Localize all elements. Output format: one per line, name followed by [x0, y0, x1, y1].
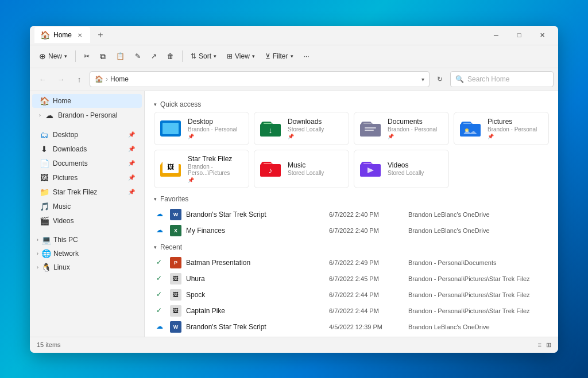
- back-button[interactable]: ←: [34, 71, 51, 87]
- svg-text:↓: ↓: [269, 126, 273, 135]
- refresh-button[interactable]: ↻: [432, 71, 448, 87]
- qa-icon-downloads: ↓: [259, 117, 282, 140]
- word-icon-fav-1: W: [170, 209, 181, 220]
- list-item-uhura[interactable]: ✓ 🖼 Uhura 6/7/2022 2:45 PM Brandon - Per…: [154, 271, 549, 287]
- list-item-finances[interactable]: ☁ X My Finances 6/7/2022 2:40 PM Brandon…: [154, 223, 549, 239]
- favorites-header[interactable]: ▾ Favorites: [154, 195, 549, 203]
- svg-rect-2: [264, 123, 272, 124]
- recent-list: ✓ P Batman Presentation 6/7/2022 2:49 PM…: [154, 255, 549, 337]
- cut-button[interactable]: ✂: [79, 48, 94, 65]
- qa-pictures-info: Pictures Brandon - Personal 📌: [488, 118, 537, 139]
- sidebar-item-thispc[interactable]: › 💻 This PC: [30, 233, 144, 247]
- status-ok-icon-2: ✓: [156, 274, 165, 283]
- copy-button[interactable]: ⧉: [95, 48, 110, 65]
- rename-button[interactable]: ✎: [130, 48, 145, 65]
- sidebar-item-brandon[interactable]: › ☁ Brandon - Personal: [32, 108, 142, 122]
- qa-item-desktop[interactable]: Desktop Brandon - Personal 📌: [154, 112, 249, 145]
- documents-sidebar-icon: 📄: [39, 159, 49, 168]
- qa-item-documents[interactable]: Documents Brandon - Personal 📌: [354, 112, 449, 145]
- new-tab-button[interactable]: +: [92, 27, 109, 43]
- list-item-pike[interactable]: ✓ 🖼 Captain Pike 6/7/2022 2:44 PM Brando…: [154, 303, 549, 319]
- sidebar-item-desktop[interactable]: 🗂 Desktop 📌: [32, 128, 142, 142]
- qa-item-pictures[interactable]: Pictures Brandon - Personal 📌: [454, 112, 549, 145]
- image-icon-pike: 🖼: [170, 305, 181, 317]
- search-icon: 🔍: [455, 75, 464, 83]
- linux-chevron-icon: ›: [37, 264, 38, 270]
- list-view-icon[interactable]: ≡: [538, 341, 541, 349]
- tab-home[interactable]: 🏠 Home ✕: [34, 27, 90, 43]
- up-button[interactable]: ↑: [71, 71, 87, 87]
- brandon-sidebar-label: Brandon - Personal: [58, 111, 135, 119]
- file-explorer-window: 🏠 Home ✕ + ─ □ ✕ ⊕ New ▾ ✂ ⧉ 📋 ✎: [30, 26, 558, 353]
- tab-label: Home: [53, 31, 72, 39]
- address-input[interactable]: 🏠 › Home ▾: [90, 71, 430, 87]
- sidebar: 🏠 Home › ☁ Brandon - Personal 🗂 Desktop …: [30, 91, 145, 337]
- share-icon: ↗: [151, 52, 157, 60]
- thispc-sidebar-icon: 💻: [41, 235, 51, 244]
- home-sidebar-icon: 🏠: [39, 96, 49, 106]
- address-bar: ← → ↑ 🏠 › Home ▾ ↻ 🔍 Search Home: [30, 68, 558, 91]
- qa-item-downloads[interactable]: ↓ Downloads Stored Locally 📌: [254, 112, 349, 145]
- tab-close-button[interactable]: ✕: [75, 30, 84, 40]
- sidebar-item-home[interactable]: 🏠 Home: [32, 94, 142, 108]
- qa-icon-music: ♪: [259, 157, 282, 180]
- recent-header[interactable]: ▾ Recent: [154, 243, 549, 251]
- sidebar-item-linux[interactable]: › 🐧 Linux: [30, 260, 144, 274]
- view-button[interactable]: ⊞ View ▾: [222, 48, 260, 65]
- search-box[interactable]: 🔍 Search Home: [450, 71, 554, 87]
- new-label: New: [48, 52, 62, 60]
- svg-rect-11: [363, 163, 372, 164]
- favorites-chevron-icon: ▾: [154, 196, 157, 202]
- sidebar-item-videos[interactable]: 🎬 Videos: [32, 214, 142, 228]
- tile-view-icon[interactable]: ⊞: [546, 341, 551, 349]
- new-button[interactable]: ⊕ New ▾: [34, 48, 72, 65]
- sidebar-item-documents[interactable]: 📄 Documents 📌: [32, 157, 142, 170]
- paste-button[interactable]: 📋: [111, 48, 129, 65]
- view-chevron-icon: ▾: [252, 53, 255, 59]
- favorites-label: Favorites: [160, 195, 188, 203]
- desktop-sidebar-icon: 🗂: [39, 130, 49, 139]
- forward-button[interactable]: →: [53, 71, 69, 87]
- list-item-startrek-script-fav[interactable]: ☁ W Brandon's Star Trek Script 6/7/2022 …: [154, 206, 549, 223]
- toolbar-divider-2: [182, 50, 183, 62]
- sidebar-item-startrek[interactable]: 📁 Star Trek Filez 📌: [32, 185, 142, 199]
- status-ok-icon-1: ✓: [156, 258, 165, 267]
- status-cloud-icon-3: ☁: [156, 322, 165, 332]
- status-text: 15 items: [37, 341, 61, 348]
- share-button[interactable]: ↗: [146, 48, 161, 65]
- list-item-startrek-script-recent[interactable]: ☁ W Brandon's Star Trek Script 4/5/2022 …: [154, 319, 549, 335]
- list-item-batman[interactable]: ✓ P Batman Presentation 6/7/2022 2:49 PM…: [154, 255, 549, 271]
- sort-icon: ⇅: [191, 52, 196, 60]
- thispc-chevron-icon: ›: [37, 237, 38, 243]
- address-dropdown-icon[interactable]: ▾: [421, 76, 424, 83]
- copy-icon: ⧉: [100, 52, 106, 61]
- sidebar-divider-2: [30, 228, 144, 233]
- maximize-button[interactable]: □: [508, 26, 531, 45]
- word-icon-recent: W: [170, 321, 181, 333]
- list-item-spock[interactable]: ✓ 🖼 Spock 6/7/2022 2:44 PM Brandon - Per…: [154, 287, 549, 303]
- sidebar-item-music[interactable]: 🎵 Music: [32, 200, 142, 213]
- filter-button[interactable]: ⊻ Filter ▾: [261, 48, 298, 65]
- status-ok-icon-4: ✓: [156, 306, 165, 315]
- sidebar-item-downloads[interactable]: ⬇ Downloads 📌: [32, 142, 142, 156]
- sidebar-item-pictures[interactable]: 🖼 Pictures 📌: [32, 171, 142, 185]
- qa-icon-documents: [359, 117, 382, 140]
- qa-item-music[interactable]: ♪ Music Stored Locally: [254, 150, 349, 188]
- downloads-sidebar-icon: ⬇: [39, 145, 49, 154]
- delete-button[interactable]: 🗑: [163, 48, 179, 65]
- sort-chevron-icon: ▾: [214, 53, 216, 59]
- sidebar-item-network[interactable]: › 🌐 Network: [30, 247, 144, 260]
- qa-icon-videos: [359, 157, 382, 180]
- svg-rect-9: [264, 163, 272, 164]
- quick-access-grid: Desktop Brandon - Personal 📌 ↓ Downloads…: [154, 112, 549, 188]
- qa-item-videos[interactable]: Videos Stored Locally: [354, 150, 449, 188]
- more-button[interactable]: ···: [299, 48, 314, 65]
- sort-button[interactable]: ⇅ Sort ▾: [186, 48, 221, 65]
- qa-item-startrek[interactable]: 🖼 Star Trek Filez Brandon - Perso...\Pic…: [154, 150, 249, 188]
- close-button[interactable]: ✕: [531, 26, 554, 45]
- qa-documents-info: Documents Brandon - Personal 📌: [388, 118, 437, 139]
- quick-access-header[interactable]: ▾ Quick access: [154, 100, 549, 108]
- filter-icon: ⊻: [265, 52, 270, 60]
- crumb-home: Home: [110, 75, 129, 83]
- minimize-button[interactable]: ─: [485, 26, 508, 45]
